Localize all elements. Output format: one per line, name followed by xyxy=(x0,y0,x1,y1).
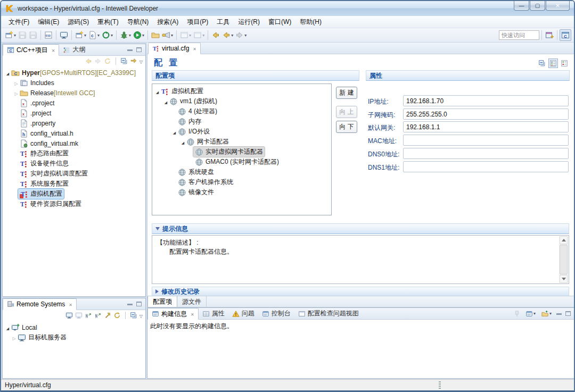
menu-edit[interactable]: 编辑(E) xyxy=(34,16,63,28)
tab-close-icon[interactable] xyxy=(67,301,72,308)
mac-address-input[interactable] xyxy=(403,135,569,146)
debug-button[interactable] xyxy=(119,29,132,41)
run-button[interactable] xyxy=(132,29,145,41)
cfg-node-rt-virtual-nic[interactable]: 实时虚拟网卡适配器 xyxy=(152,147,331,157)
cfg-node-image-file[interactable]: 镜像文件 xyxy=(152,187,331,197)
cfg-node-nic-adapter[interactable]: 网卡适配器 xyxy=(152,137,331,147)
quick-access-input[interactable] xyxy=(499,30,539,40)
expand-arrow-icon[interactable] xyxy=(180,138,186,146)
statusbar-grip[interactable] xyxy=(439,381,441,390)
forward-nav-icon[interactable] xyxy=(94,57,102,65)
back-nav-icon[interactable] xyxy=(85,57,92,65)
close-button[interactable]: ✕ xyxy=(546,1,570,11)
tree-item-config-h[interactable]: h config_virtual.h xyxy=(3,128,145,138)
menu-window[interactable]: 窗口(W) xyxy=(264,16,295,28)
tab-outline[interactable]: 大纲 xyxy=(59,44,89,55)
dns0-input[interactable] xyxy=(403,148,569,159)
hint-section-header[interactable]: 提示信息 xyxy=(152,223,569,234)
page-tab-source[interactable]: 源文件 xyxy=(177,296,207,307)
tab-close-icon[interactable] xyxy=(189,310,194,318)
menu-tools[interactable]: 工具 xyxy=(212,16,234,28)
move-up-button[interactable]: 向 上 xyxy=(336,106,357,118)
tree-item-project[interactable]: Hyper[GPOS+MultiRTOS][EC_A3399C] xyxy=(3,68,145,78)
history-section-header[interactable]: 修改历史记录 xyxy=(152,287,569,296)
collapse-sections-icon[interactable] xyxy=(538,60,546,67)
tab-remote-systems[interactable]: Remote Systems xyxy=(3,298,77,310)
maximize-view-icon[interactable] xyxy=(136,47,142,52)
scroll-up-icon[interactable] xyxy=(560,236,568,244)
tree-item-project-file[interactable]: x .project xyxy=(3,108,145,118)
collapse-all-icon[interactable] xyxy=(130,312,137,319)
launch-terminal-icon[interactable] xyxy=(104,312,111,319)
tree-item-includes[interactable]: Includes xyxy=(3,78,145,88)
menu-navigate[interactable]: 导航(N) xyxy=(123,16,153,28)
gateway-input[interactable] xyxy=(403,121,569,132)
tab-cpp-projects[interactable]: C/C++项目 xyxy=(3,44,59,56)
move-down-button[interactable]: 向 下 xyxy=(336,121,357,133)
scroll-down-icon[interactable] xyxy=(560,275,568,283)
open-perspective-button[interactable] xyxy=(544,29,555,41)
collapse-arrow-icon[interactable] xyxy=(13,89,19,97)
new-c-file-button[interactable] xyxy=(87,29,101,41)
tree-item-cproject[interactable]: x .cproject xyxy=(3,98,145,108)
menu-project[interactable]: 项目(P) xyxy=(183,16,212,28)
tree-item-vm-config[interactable]: 虚拟机配置 xyxy=(3,189,145,199)
ip-address-input[interactable] xyxy=(403,95,569,106)
collapse-all-icon[interactable] xyxy=(120,57,128,65)
tree-item-rt-vm-sched-config[interactable]: 实时虚拟机调度配置 xyxy=(3,169,145,179)
maximize-view-icon[interactable] xyxy=(136,302,142,306)
connect-monitor-icon[interactable] xyxy=(65,312,73,319)
cfg-node-guest-os[interactable]: 客户机操作系统 xyxy=(152,177,331,187)
save-button[interactable] xyxy=(17,29,28,41)
editor-tab-virtual-cfg[interactable]: virtual.cfg xyxy=(148,43,201,54)
minimize-view-icon[interactable] xyxy=(127,49,133,51)
tree-item-sys-service-config[interactable]: 系统服务配置 xyxy=(3,179,145,189)
build-config-button[interactable] xyxy=(101,29,114,41)
next-annotation-button[interactable] xyxy=(192,29,206,41)
tree-item-local[interactable]: Local xyxy=(3,322,145,332)
layout-rows-icon[interactable] xyxy=(561,60,568,67)
collapse-arrow-icon[interactable] xyxy=(13,79,19,87)
cfg-node-gmac0[interactable]: GMAC0 (实时网卡适配器) xyxy=(152,157,331,167)
hint-textarea[interactable]: 【功能描述】 : 配置网卡适配器信息。 xyxy=(152,235,569,284)
expand-arrow-icon[interactable] xyxy=(5,324,11,331)
collapse-arrow-icon[interactable] xyxy=(11,334,17,341)
cfg-node-vm-config[interactable]: 虚拟机配置 xyxy=(152,86,331,96)
expand-arrow-icon[interactable] xyxy=(154,88,160,95)
tree-item-property[interactable]: .property xyxy=(3,118,145,128)
display-console-button[interactable] xyxy=(524,308,537,320)
tree-item-config-mk[interactable]: config_virtual.mk xyxy=(3,138,145,148)
binary-button[interactable] xyxy=(43,29,54,41)
tree-item-hw-resource-config[interactable]: 硬件资源归属配置 xyxy=(3,199,145,209)
refresh-icon[interactable] xyxy=(113,312,121,319)
new-connection-button[interactable] xyxy=(74,29,87,41)
up-nav-icon[interactable] xyxy=(104,57,111,65)
new-connection-icon[interactable] xyxy=(85,312,92,319)
save-all-button[interactable] xyxy=(28,29,38,41)
menu-search[interactable]: 搜索(A) xyxy=(153,16,183,28)
menu-run[interactable]: 运行(R) xyxy=(234,16,264,28)
layout-columns-toggle[interactable] xyxy=(548,59,558,68)
disconnect-monitor-icon[interactable] xyxy=(75,312,83,319)
open-console-button[interactable] xyxy=(540,308,553,320)
tree-item-target-server[interactable]: 目标机服务器 xyxy=(3,332,145,343)
new-button[interactable]: 新 建 xyxy=(336,87,357,99)
tab-close-icon[interactable] xyxy=(191,45,196,52)
subnet-mask-input[interactable] xyxy=(403,109,569,120)
cfg-node-io-peripherals[interactable]: I/O外设 xyxy=(152,127,331,137)
forward-button[interactable] xyxy=(234,29,248,41)
cfg-node-memory[interactable]: 内存 xyxy=(152,116,331,127)
back-button[interactable] xyxy=(221,29,234,41)
tree-item-static-route-config[interactable]: 静态路由配置 xyxy=(3,148,145,159)
terminal-button[interactable] xyxy=(59,29,69,41)
last-edit-button[interactable] xyxy=(179,29,192,41)
tab-config-check-view[interactable]: 配置检查问题视图 xyxy=(294,308,363,319)
tab-build-info[interactable]: 构建信息 xyxy=(147,308,199,320)
dns1-input[interactable] xyxy=(403,161,569,172)
tab-console[interactable]: 控制台 xyxy=(258,308,294,319)
tab-problems[interactable]: 问题 xyxy=(228,308,258,319)
cfg-node-vm1[interactable]: vm1 (虚拟机) xyxy=(152,96,331,106)
maximize-button[interactable]: ▢ xyxy=(530,1,545,11)
tab-properties[interactable]: 属性 xyxy=(199,308,228,319)
open-resource-button[interactable] xyxy=(150,29,161,41)
